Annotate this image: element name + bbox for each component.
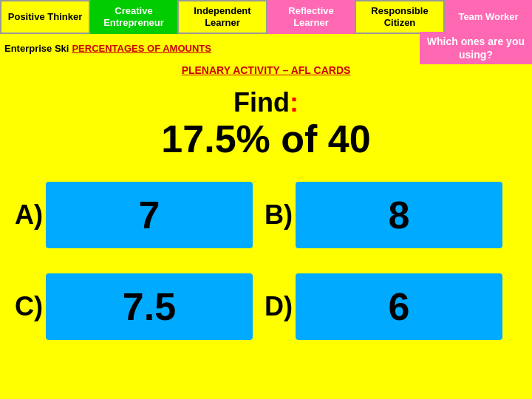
nav-label-responsible: Responsible Citizen xyxy=(361,5,439,28)
answer-row-b: B) 8 xyxy=(265,175,502,255)
answer-row-c: C) 7.5 xyxy=(15,267,253,347)
nav-label-positive: Positive Thinker xyxy=(8,11,82,23)
answer-grid: A) 7 B) 8 C) 7.5 D) 6 xyxy=(0,165,532,357)
nav-item-positive-thinker[interactable]: Positive Thinker xyxy=(0,0,90,34)
answer-box-b[interactable]: 8 xyxy=(296,182,502,248)
top-nav: Positive Thinker Creative Entrepreneur I… xyxy=(0,0,532,34)
nav-item-reflective-learner[interactable]: Reflective Learner xyxy=(267,0,355,34)
nav-label-team: Team Worker xyxy=(458,11,518,23)
answer-letter-d: D) xyxy=(265,291,287,322)
answer-value-d: 6 xyxy=(389,284,410,329)
plenary-text: PLENARY ACTIVITY – AFL CARDS xyxy=(182,64,351,76)
answer-box-c[interactable]: 7.5 xyxy=(46,273,253,340)
enterprise-prefix: Enterprise Ski xyxy=(0,43,69,54)
nav-item-independent-learner[interactable]: Independent Learner xyxy=(177,0,267,34)
nav-label-independent: Independent Learner xyxy=(183,5,262,28)
second-row: Enterprise Ski PERCENTAGES OF AMOUNTS Wh… xyxy=(0,34,532,62)
percentages-label: PERCENTAGES OF AMOUNTS xyxy=(69,43,211,54)
find-value: 17.5% of 40 xyxy=(0,118,532,160)
nav-label-reflective: Reflective Learner xyxy=(272,5,350,28)
answer-row-d: D) 6 xyxy=(265,267,502,347)
nav-label-creative: Creative Entrepreneur xyxy=(95,5,173,28)
main-content: Find: 17.5% of 40 xyxy=(0,80,532,165)
answer-value-a: 7 xyxy=(139,193,160,237)
nav-item-team-worker[interactable]: Team Worker xyxy=(445,0,532,34)
nav-item-creative-entrepreneur[interactable]: Creative Entrepreneur xyxy=(90,0,177,34)
which-ones-box: Which ones are you using? xyxy=(420,32,532,64)
nav-item-responsible-citizen[interactable]: Responsible Citizen xyxy=(355,0,445,34)
answer-row-a: A) 7 xyxy=(15,175,253,255)
find-label: Find: xyxy=(0,87,532,118)
answer-box-a[interactable]: 7 xyxy=(46,182,253,248)
which-ones-line2: using? xyxy=(459,49,493,61)
answer-letter-a: A) xyxy=(15,200,37,231)
answer-letter-b: B) xyxy=(265,200,287,231)
answer-value-c: 7.5 xyxy=(123,284,176,329)
answer-box-d[interactable]: 6 xyxy=(296,273,502,340)
answer-value-b: 8 xyxy=(389,193,410,237)
plenary-row: PLENARY ACTIVITY – AFL CARDS xyxy=(0,62,532,80)
answer-letter-c: C) xyxy=(15,291,37,322)
which-ones-line1: Which ones are you xyxy=(427,35,525,47)
